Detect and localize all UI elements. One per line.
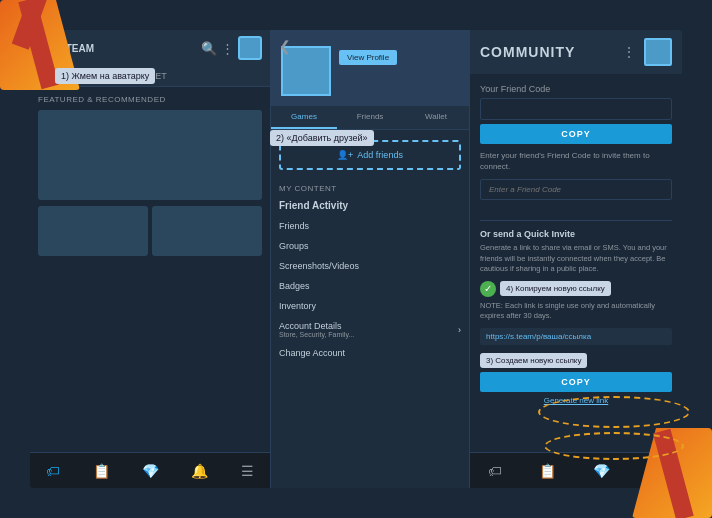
view-profile-button[interactable]: View Profile bbox=[339, 50, 397, 65]
community-header: COMMUNITY ⋮ bbox=[470, 30, 682, 74]
friend-code-input[interactable] bbox=[480, 98, 672, 120]
add-friends-icon: 👤+ bbox=[337, 150, 353, 160]
annotation-3-bubble: 3) Создаем новую ссылку bbox=[480, 353, 587, 368]
comm-nav-library-icon[interactable]: 📋 bbox=[539, 463, 556, 479]
user-avatar[interactable] bbox=[238, 36, 262, 60]
nav-library-icon[interactable]: 📋 bbox=[93, 463, 110, 479]
comm-nav-items-icon[interactable]: 💎 bbox=[593, 463, 610, 479]
quick-invite-label: Or send a Quick Invite bbox=[480, 229, 672, 239]
menu-inventory[interactable]: Inventory bbox=[271, 296, 469, 316]
featured-item-main bbox=[38, 110, 262, 200]
account-details-sub: Store, Security, Family... bbox=[279, 331, 354, 338]
featured-label: FEATURED & RECOMMENDED bbox=[38, 95, 262, 104]
friend-code-section: Your Friend Code COPY Enter your friend'… bbox=[480, 84, 672, 210]
profile-tabs: Games Friends Wallet bbox=[271, 106, 469, 130]
link-url-display: https://s.team/p/ваша/ссылка bbox=[480, 328, 672, 345]
invite-description: Enter your friend's Friend Code to invit… bbox=[480, 150, 672, 172]
community-title: COMMUNITY bbox=[480, 44, 575, 60]
add-friends-label: Add friends bbox=[357, 150, 403, 160]
my-content-label: MY CONTENT bbox=[271, 180, 469, 195]
community-menu-icon[interactable]: ⋮ bbox=[622, 44, 636, 60]
tab-friends[interactable]: Friends bbox=[337, 106, 403, 129]
check-icon: ✓ bbox=[480, 281, 496, 297]
quick-note: NOTE: Each link is single use only and a… bbox=[480, 301, 672, 322]
steam-bottom-nav: 🏷 📋 💎 🔔 ☰ bbox=[30, 452, 270, 488]
nav-items-icon[interactable]: 💎 bbox=[142, 463, 159, 479]
more-options-icon[interactable]: ⋮ bbox=[221, 41, 234, 56]
annotation-4-bubble: 4) Копируем новую ссылку bbox=[500, 281, 611, 296]
community-content: Your Friend Code COPY Enter your friend'… bbox=[470, 74, 682, 452]
profile-popup-panel: ❮ View Profile Games Friends Wallet 👤+ A… bbox=[270, 30, 470, 488]
menu-badges[interactable]: Badges bbox=[271, 276, 469, 296]
annotation-2-tooltip: 2) «Добавить друзей» bbox=[270, 130, 374, 146]
comm-nav-store-icon[interactable]: 🏷 bbox=[488, 463, 502, 479]
friend-code-label: Your Friend Code bbox=[480, 84, 672, 94]
left-content: FEATURED & RECOMMENDED bbox=[30, 87, 270, 452]
tab-wallet[interactable]: Wallet bbox=[403, 106, 469, 129]
featured-items-row bbox=[38, 206, 262, 256]
community-panel: COMMUNITY ⋮ Your Friend Code COPY Enter … bbox=[470, 30, 682, 488]
nav-store-icon[interactable]: 🏷 bbox=[46, 463, 60, 479]
featured-item-sm-1 bbox=[38, 206, 148, 256]
steam-client-panel: S STEAM 🔍 ⋮ МЕНЮ ▾ WISHLIST WALLET FEATU… bbox=[30, 30, 270, 488]
main-container: S STEAM 🔍 ⋮ МЕНЮ ▾ WISHLIST WALLET FEATU… bbox=[30, 30, 682, 488]
account-details-label: Account Details bbox=[279, 321, 342, 331]
profile-header: View Profile bbox=[271, 30, 469, 106]
enter-friend-code-input[interactable] bbox=[480, 179, 672, 200]
menu-groups[interactable]: Groups bbox=[271, 236, 469, 256]
generate-link-button[interactable]: Generate new link bbox=[480, 396, 672, 405]
account-details-item[interactable]: Account Details Store, Security, Family.… bbox=[271, 316, 469, 343]
copy-link-button[interactable]: COPY bbox=[480, 372, 672, 392]
steam-nav: 🔍 ⋮ bbox=[201, 36, 262, 60]
featured-item-sm-2 bbox=[152, 206, 262, 256]
quick-invite-desc: Generate a link to share via email or SM… bbox=[480, 243, 672, 275]
annotation-4-area: ✓ 4) Копируем новую ссылку bbox=[480, 281, 672, 297]
menu-friends[interactable]: Friends bbox=[271, 216, 469, 236]
nav-notifications-icon[interactable]: 🔔 bbox=[191, 463, 208, 479]
quick-invite-section: Or send a Quick Invite Generate a link t… bbox=[480, 220, 672, 405]
back-button[interactable]: ❮ bbox=[279, 38, 291, 54]
menu-friend-activity[interactable]: Friend Activity bbox=[271, 195, 469, 216]
menu-change-account[interactable]: Change Account bbox=[271, 343, 469, 363]
community-avatar[interactable] bbox=[644, 38, 672, 66]
search-icon[interactable]: 🔍 bbox=[201, 41, 217, 56]
tab-games[interactable]: Games bbox=[271, 106, 337, 129]
copy-friend-code-button[interactable]: COPY bbox=[480, 124, 672, 144]
nav-menu-icon[interactable]: ☰ bbox=[241, 463, 254, 479]
annotation-1-tooltip: 1) Жмем на аватарку bbox=[55, 68, 155, 84]
menu-screenshots-videos[interactable]: Screenshots/Videos bbox=[271, 256, 469, 276]
account-details-arrow: › bbox=[458, 325, 461, 335]
annotation-3-area: 3) Создаем новую ссылку bbox=[480, 349, 672, 372]
